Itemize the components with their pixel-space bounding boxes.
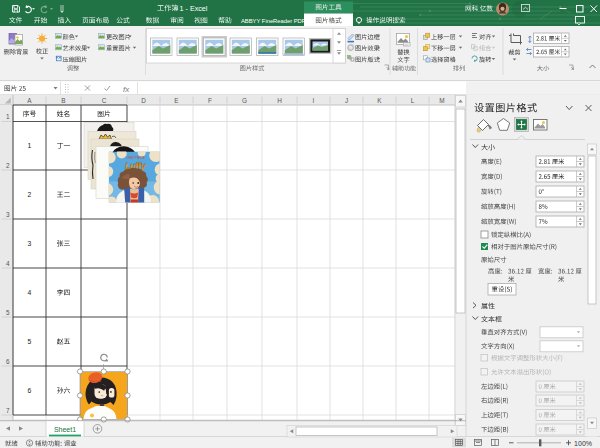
svg-text:3: 3 (6, 211, 10, 218)
svg-text:3: 3 (28, 240, 32, 247)
svg-text:L: L (411, 97, 415, 104)
svg-text:C: C (102, 97, 107, 104)
svg-text:6: 6 (6, 358, 10, 365)
svg-text:4: 4 (28, 289, 32, 296)
svg-text:5: 5 (28, 338, 32, 345)
svg-text:A: A (27, 97, 32, 104)
svg-text:Sheet1: Sheet1 (54, 426, 76, 433)
svg-text:2: 2 (6, 162, 10, 169)
svg-text:2: 2 (28, 191, 32, 198)
svg-text:4: 4 (6, 260, 10, 267)
svg-text:E: E (174, 97, 178, 104)
svg-text:J: J (345, 97, 348, 104)
svg-text:ONE PIECE: ONE PIECE (126, 156, 145, 160)
svg-text:H: H (277, 97, 282, 104)
svg-text:ABBYY FineReader PDF: ABBYY FineReader PDF (241, 18, 306, 24)
svg-text:I: I (313, 97, 315, 104)
svg-text:6: 6 (28, 387, 32, 394)
svg-text:1: 1 (6, 113, 10, 120)
svg-text:K: K (377, 97, 382, 104)
svg-text:100%: 100% (574, 440, 592, 447)
svg-text:F: F (208, 97, 212, 104)
svg-text:1 - Excel: 1 - Excel (180, 4, 208, 13)
svg-text:fx: fx (123, 85, 130, 94)
svg-text:5: 5 (6, 309, 10, 316)
svg-text:1: 1 (28, 142, 32, 149)
svg-text:B: B (61, 97, 65, 104)
svg-text:D: D (141, 97, 146, 104)
svg-text:7: 7 (6, 407, 10, 414)
svg-text:M: M (439, 97, 444, 104)
svg-text:G: G (242, 97, 247, 104)
